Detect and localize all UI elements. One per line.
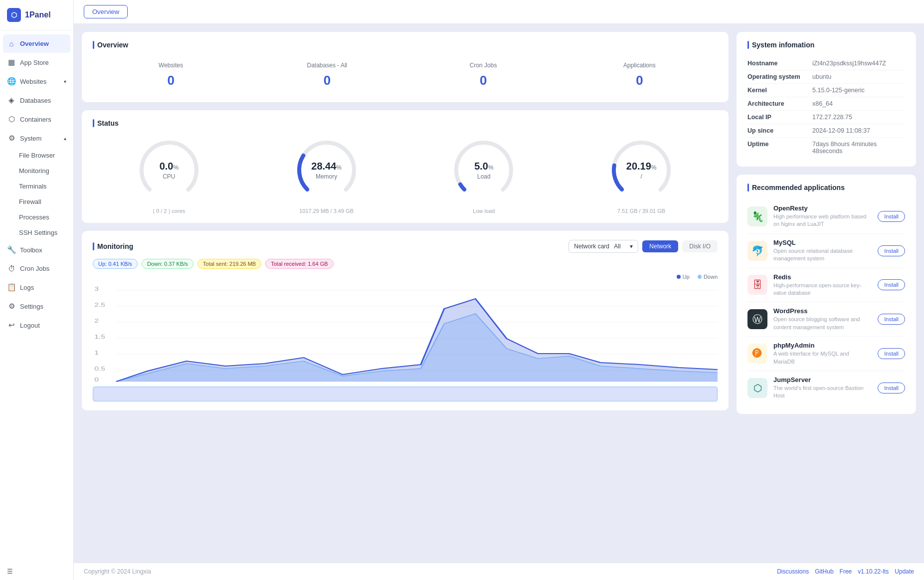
content-area: Overview Websites 0 Databases - All 0 Cr… — [74, 24, 924, 563]
minimap-handle[interactable] — [93, 387, 718, 401]
install-button-openresty[interactable]: Install — [878, 211, 905, 222]
app-item-jumpserver: ⬡ JumpServer The world's first open-sour… — [747, 371, 905, 405]
app-name-openresty: OpenResty — [773, 204, 872, 212]
app-item-mysql: 🐬 MySQL Open source relational database … — [747, 234, 905, 268]
footer-link-2[interactable]: Free — [840, 568, 852, 575]
app-desc-openresty: High performance web platform based on N… — [773, 213, 872, 228]
app-info-redis: Redis High-performance open-source key-v… — [773, 273, 872, 297]
install-button-wordpress[interactable]: Install — [878, 314, 905, 325]
app-info-wordpress: WordPress Open source blogging software … — [773, 307, 872, 331]
network-card-select[interactable]: Network card All ▾ — [568, 240, 638, 253]
install-button-jumpserver[interactable]: Install — [878, 383, 905, 393]
chart-legend: Up Down — [93, 274, 718, 280]
brand-logo: ⬡ 1Panel — [0, 0, 73, 30]
monitor-controls: Network card All ▾ Network Disk I/O — [568, 240, 718, 253]
info-val-0: iZt4n23psdkssj19hsw447Z — [812, 60, 886, 67]
sidebar-item-databases-label: Databases — [20, 97, 51, 104]
sidebar-item-firewall[interactable]: Firewall — [0, 194, 73, 209]
info-row-2: Kernel5.15.0-125-generic — [747, 84, 905, 97]
diskio-tab-button[interactable]: Disk I/O — [682, 240, 718, 252]
overview-tab-button[interactable]: Overview — [84, 5, 128, 18]
stat-websites-value: 0 — [93, 73, 249, 88]
sidebar-item-processes[interactable]: Processes — [0, 209, 73, 225]
app-info-phpmyadmin: phpMyAdmin A web interface for MySQL and… — [773, 342, 872, 366]
gauge-memory: 28.44% Memory 1017.29 MB / 3.49 GB — [250, 135, 403, 214]
sidebar-item-appstore[interactable]: ▦ App Store — [0, 53, 73, 72]
sidebar-item-websites[interactable]: 🌐 Websites ▾ — [0, 72, 73, 91]
sidebar-nav: ⌂ Overview ▦ App Store 🌐 Websites ▾ ◈ Da… — [0, 30, 73, 563]
chart-minimap[interactable] — [93, 387, 718, 401]
sidebar-item-overview[interactable]: ⌂ Overview — [3, 34, 70, 53]
install-button-redis[interactable]: Install — [878, 279, 905, 290]
left-panel: Overview Websites 0 Databases - All 0 Cr… — [82, 32, 729, 555]
install-button-phpmyadmin[interactable]: Install — [878, 348, 905, 359]
stat-databases-label: Databases - All — [249, 62, 405, 69]
monitor-badges: Up: 0.41 KB/sDown: 0.37 KB/sTotal sent: … — [93, 259, 718, 269]
system-info-title: System infomation — [747, 41, 905, 49]
gauge-label-cpu: CPU — [160, 173, 179, 180]
monitoring-chart: 3 2.5 2 1.5 1 0.5 0 — [93, 284, 718, 384]
sidebar-item-containers-label: Containers — [20, 116, 51, 123]
brand-name: 1Panel — [25, 10, 51, 19]
info-key-6: Uptime — [747, 141, 812, 155]
sidebar-item-file-browser[interactable]: File Browser — [0, 148, 73, 163]
install-button-mysql[interactable]: Install — [878, 245, 905, 256]
app-item-phpmyadmin: 🅟 phpMyAdmin A web interface for MySQL a… — [747, 337, 905, 371]
footer-link-0[interactable]: Discussions — [777, 568, 809, 575]
info-key-2: Kernel — [747, 87, 812, 94]
gauge-disk: 20.19% / 7.51 GB / 39.01 GB — [565, 135, 718, 214]
legend-up: Up — [677, 274, 690, 280]
sidebar-item-logs[interactable]: 📋 Logs — [0, 278, 73, 297]
chevron-up-icon: ▴ — [64, 136, 66, 141]
sidebar-item-terminals[interactable]: Terminals — [0, 179, 73, 194]
stat-databases: Databases - All 0 — [249, 57, 405, 93]
app-item-openresty: 🦎 OpenResty High performance web platfor… — [747, 199, 905, 234]
info-row-0: HostnameiZt4n23psdkssj19hsw447Z — [747, 57, 905, 70]
footer-link-1[interactable]: GitHub — [815, 568, 833, 575]
stat-applications-value: 0 — [561, 73, 718, 88]
app-desc-mysql: Open source relational database manageme… — [773, 247, 872, 263]
hamburger-button[interactable]: ☰ — [0, 563, 73, 580]
badge-down: Down: 0.37 KB/s — [142, 259, 193, 269]
info-val-3: x86_64 — [812, 100, 833, 107]
sidebar-item-logout[interactable]: ↩ Logout — [0, 316, 73, 335]
overview-card-title: Overview — [93, 41, 718, 49]
sidebar-item-containers[interactable]: ⬡ Containers — [0, 110, 73, 129]
sidebar-item-monitoring[interactable]: Monitoring — [0, 163, 73, 179]
info-row-3: Architecturex86_64 — [747, 97, 905, 111]
monitoring-card: Monitoring Network card All ▾ Network Di… — [82, 231, 729, 410]
sidebar-item-toolbox[interactable]: 🔧 Toolbox — [0, 240, 73, 259]
app-item-redis: 🗄 Redis High-performance open-source key… — [747, 268, 905, 303]
sidebar-item-databases[interactable]: ◈ Databases — [0, 91, 73, 110]
gauge-value-memory: 28.44% — [311, 161, 342, 172]
topbar: Overview — [74, 0, 924, 24]
app-name-redis: Redis — [773, 273, 872, 281]
sidebar-item-system[interactable]: ⚙ System ▴ — [0, 129, 73, 148]
svg-text:2: 2 — [94, 318, 99, 324]
gauge-label-memory: Memory — [311, 173, 342, 180]
logs-icon: 📋 — [7, 283, 16, 292]
footer-links: DiscussionsGitHubFreev1.10.22-ltsUpdate — [777, 568, 914, 575]
app-desc-wordpress: Open source blogging software and conten… — [773, 316, 872, 331]
sidebar-item-logout-label: Logout — [20, 322, 40, 329]
stat-cronjobs-label: Cron Jobs — [405, 62, 561, 69]
sidebar-item-settings[interactable]: ⚙ Settings — [0, 297, 73, 316]
footer-link-3[interactable]: v1.10.22-lts — [858, 568, 889, 575]
svg-text:2.5: 2.5 — [94, 302, 105, 308]
app-name-phpmyadmin: phpMyAdmin — [773, 342, 872, 349]
gauge-label-load: Load — [474, 173, 493, 180]
sidebar-item-cronjobs[interactable]: ⏱ Cron Jobs — [0, 259, 73, 278]
sidebar-item-ssh-settings[interactable]: SSH Settings — [0, 225, 73, 240]
info-val-5: 2024-12-09 11:08:37 — [812, 127, 870, 134]
info-row-1: Operating systemubuntu — [747, 70, 905, 84]
app-name-jumpserver: JumpServer — [773, 376, 872, 384]
gauge-label-disk: / — [626, 173, 657, 180]
info-row-4: Local IP172.27.228.75 — [747, 111, 905, 124]
network-tab-button[interactable]: Network — [642, 240, 678, 252]
footer-link-4[interactable]: Update — [895, 568, 914, 575]
app-icon-openresty: 🦎 — [747, 206, 767, 226]
sidebar-item-settings-label: Settings — [20, 303, 43, 310]
stat-websites: Websites 0 — [93, 57, 249, 93]
monitoring-card-title: Monitoring — [93, 242, 133, 250]
cronjobs-icon: ⏱ — [7, 264, 16, 273]
